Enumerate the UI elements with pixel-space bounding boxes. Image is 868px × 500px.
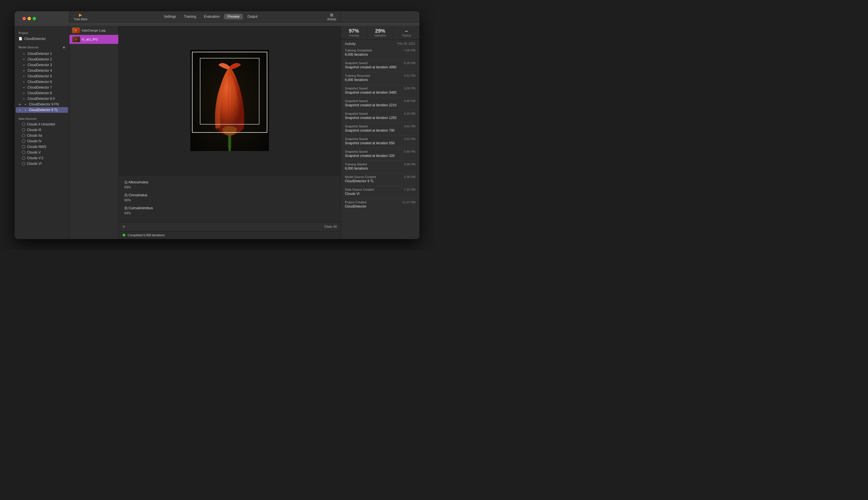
activity-entry-time: 7:05 PM xyxy=(404,49,415,52)
training-pct: 97% xyxy=(349,28,359,34)
sidebar-item-clouddetector-9fn[interactable]: ▶ ▪ CloudDetector 9 FN xyxy=(16,102,68,107)
activity-entry-detail: Clouds VI xyxy=(345,192,415,196)
sidebar-item-clouddetector-6[interactable]: ▪ CloudDetector 6 xyxy=(16,79,68,84)
activity-entry: Snapshot Saved 3:46 PM Snapshot created … xyxy=(345,148,415,158)
sidebar-item-clouds-iv[interactable]: Clouds IV xyxy=(16,138,68,144)
activity-entry-detail: Snapshot created at iteration 320 xyxy=(345,154,415,158)
activity-entry-time: 11:27 PM xyxy=(402,201,415,204)
sidebar-top xyxy=(15,11,69,26)
sidebar-item-clouds-iia[interactable]: Clouds IIa xyxy=(16,133,68,138)
clear-all-button[interactable]: Clear All xyxy=(324,225,337,229)
file-list-panel: ▶ tulipOrange-1.jpg ▶ l3_ab1.JPG xyxy=(69,26,119,239)
activity-entry-type: Snapshot Saved xyxy=(345,125,368,128)
sidebar-item-clouds-ii-unsorted[interactable]: Clouds II Unsorted xyxy=(16,122,68,127)
data-sources-label: Data Sources xyxy=(15,115,69,122)
activity-entry-header: Snapshot Saved 4:01 PM xyxy=(345,125,415,128)
training-label: Training xyxy=(349,34,359,37)
file-item-l3ab1[interactable]: ▶ l3_ab1.JPG xyxy=(69,35,118,44)
tab-output[interactable]: Output xyxy=(244,14,261,20)
db-icon-3 xyxy=(22,134,25,137)
activity-entry-detail: 6,000 iterations xyxy=(345,53,415,57)
project-name: 📄 CloudDetector xyxy=(15,36,69,43)
activity-entry-time: 6:35 PM xyxy=(404,61,415,65)
activity-entry: Snapshot Saved 6:35 PM Snapshot created … xyxy=(345,59,415,69)
model-sources-label: Model Sources + xyxy=(15,43,69,51)
activity-entry-detail: Snapshot created at iteration 1250 xyxy=(345,116,415,120)
activity-entry-detail: Snapshot created at iteration 550 xyxy=(345,141,415,145)
doc-icon-2: ▪ xyxy=(22,57,26,61)
doc-icon-7: ▪ xyxy=(22,86,26,89)
db-icon-5 xyxy=(22,145,25,148)
activity-entry-detail: Snapshot created at iteration 4990 xyxy=(345,65,415,69)
minimize-button[interactable] xyxy=(27,17,31,20)
activity-entry-type: Training Resumed xyxy=(345,74,370,77)
sidebar-item-clouds-v2[interactable]: Clouds V:2 xyxy=(16,155,68,161)
content-area: ▶ tulipOrange-1.jpg ▶ l3_ab1.JPG xyxy=(69,26,419,239)
activity-entry-detail: CloudDetector 9 TL xyxy=(345,179,415,183)
predictions-panel: 1) Altocumulus 99% 2) Cirrostratus 96% xyxy=(119,175,341,222)
activity-entry-detail: CloudDetector xyxy=(345,204,415,208)
status-text: Completed 6,000 iterations xyxy=(128,234,164,237)
sidebar-item-clouds-iii[interactable]: Clouds III xyxy=(16,127,68,133)
activity-entry-header: Snapshot Saved 3:46 PM xyxy=(345,150,415,153)
main-layout: Project 📄 CloudDetector Model Sources + … xyxy=(15,26,419,239)
activity-entry-header: Data Source Created 7:15 PM xyxy=(345,188,415,191)
file-item-tulip[interactable]: ▶ tulipOrange-1.jpg xyxy=(69,26,118,35)
stat-testing: – Testing xyxy=(394,26,419,39)
activity-entry: Snapshot Saved 4:01 PM Snapshot created … xyxy=(345,123,415,133)
sidebar-item-clouddetector-3[interactable]: ▪ CloudDetector 3 xyxy=(16,62,68,68)
activity-entry-time: 4:01 PM xyxy=(404,125,415,128)
preview-image-container xyxy=(190,50,269,151)
tab-training[interactable]: Training xyxy=(181,14,199,20)
sidebar-item-clouddetector-5[interactable]: ▪ CloudDetector 5 xyxy=(16,73,68,79)
testing-pct: – xyxy=(405,28,408,34)
tab-evaluation[interactable]: Evaluation xyxy=(200,14,223,20)
project-section-label: Project xyxy=(15,29,69,36)
sidebar-item-clouddetector-9tl[interactable]: ▶ ▪ CloudDetector 9 TL xyxy=(16,107,68,113)
stat-training: 97% Training xyxy=(341,26,367,39)
sidebar-item-clouds-vi[interactable]: Clouds VI xyxy=(16,161,68,167)
activity-entry: Training Resumed 5:51 PM 6,000 iteration… xyxy=(345,72,415,82)
sidebar-item-clouddetector-8ii[interactable]: ▪ CloudDetector 8 II xyxy=(16,96,68,102)
sidebar-item-clouds-nws[interactable]: Clouds NWS xyxy=(16,144,68,150)
traffic-lights xyxy=(19,14,40,23)
activity-entry-time: 5:26 PM xyxy=(404,87,415,90)
activity-entry-header: Model Source Created 3:36 PM xyxy=(345,175,415,179)
sidebar-item-clouddetector-4[interactable]: ▪ CloudDetector 4 xyxy=(16,68,68,73)
doc-icon-1: ▪ xyxy=(22,52,26,56)
db-icon-4 xyxy=(22,139,25,143)
activity-entry-time: 5:51 PM xyxy=(404,74,415,77)
add-file-button[interactable]: + xyxy=(123,224,125,229)
train-more-button[interactable]: ▶ Train More xyxy=(74,13,88,21)
activity-button[interactable]: ⊞ Activity xyxy=(327,13,336,21)
doc-icon-9tl: ▪ xyxy=(23,108,27,112)
activity-entry-detail: Snapshot created at iteration 3460 xyxy=(345,91,415,94)
stats-header xyxy=(341,11,419,23)
activity-entry: Project Created 11:27 PM CloudDetector xyxy=(345,198,415,208)
maximize-button[interactable] xyxy=(33,17,36,20)
close-button[interactable] xyxy=(23,17,26,20)
app-window: ▶ Train More Settings Training Evaluatio… xyxy=(15,11,419,239)
activity-entry-type: Snapshot Saved xyxy=(345,61,368,65)
activity-entry: Snapshot Saved 4:15 PM Snapshot created … xyxy=(345,110,415,120)
doc-icon-8ii: ▪ xyxy=(22,97,26,101)
validation-pct: 29% xyxy=(375,28,385,34)
sidebar-item-clouddetector-2[interactable]: ▪ CloudDetector 2 xyxy=(16,57,68,62)
doc-icon-4: ▪ xyxy=(22,69,26,72)
file-thumb-l3: ▶ xyxy=(72,36,80,42)
activity-entry-header: Snapshot Saved 5:26 PM xyxy=(345,87,415,90)
add-model-source-button[interactable]: + xyxy=(63,45,65,50)
sidebar-item-clouddetector-1[interactable]: ▪ CloudDetector 1 xyxy=(16,51,68,57)
sidebar-item-clouddetector-7[interactable]: ▪ CloudDetector 7 xyxy=(16,84,68,90)
activity-entry: Snapshot Saved 3:53 PM Snapshot created … xyxy=(345,135,415,145)
doc-icon-5: ▪ xyxy=(22,74,26,78)
tab-preview[interactable]: Preview xyxy=(224,14,243,20)
sidebar-item-clouds-v[interactable]: Clouds V xyxy=(16,150,68,155)
activity-entry-type: Model Source Created xyxy=(345,175,376,179)
doc-icon-6: ▪ xyxy=(22,80,26,84)
activity-entry-time: 3:53 PM xyxy=(404,137,415,140)
tab-settings[interactable]: Settings xyxy=(161,14,180,20)
detection-box-inner xyxy=(200,58,260,125)
db-icon-2 xyxy=(22,128,25,132)
sidebar-item-clouddetector-8[interactable]: ▪ CloudDetector 8 xyxy=(16,90,68,96)
